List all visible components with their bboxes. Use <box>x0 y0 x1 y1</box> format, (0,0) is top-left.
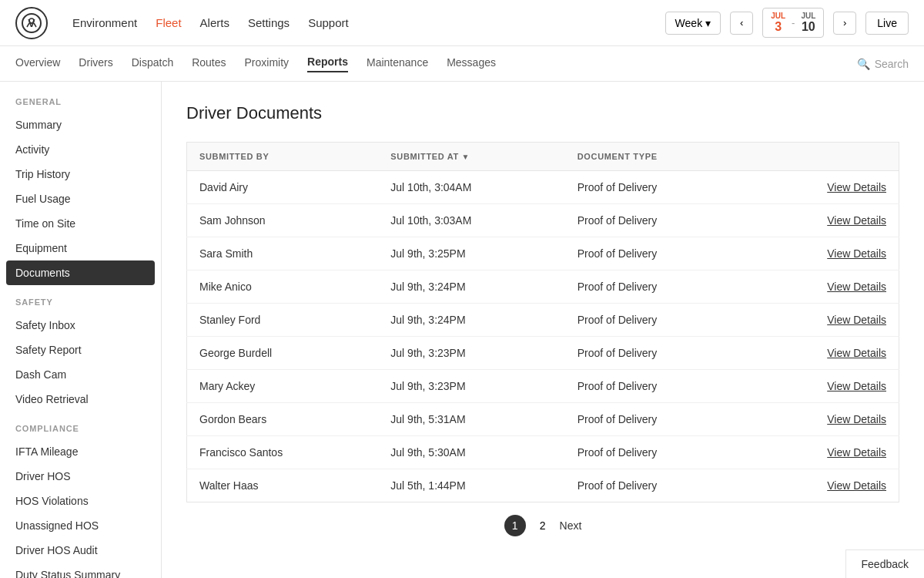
cell-submitted-at: Jul 9th, 5:31AM <box>378 403 564 436</box>
cell-document-type: Proof of Delivery <box>565 171 750 204</box>
cell-submitted-at: Jul 9th, 3:25PM <box>378 237 564 271</box>
view-details-link[interactable]: View Details <box>827 214 886 227</box>
cell-action: View Details <box>750 403 899 436</box>
subnav-proximity[interactable]: Proximity <box>245 56 290 72</box>
sidebar-item-unassigned-hos[interactable]: Unassigned HOS <box>0 513 161 538</box>
sidebar-item-equipment[interactable]: Equipment <box>0 236 161 260</box>
cell-document-type: Proof of Delivery <box>565 469 750 502</box>
sidebar-item-duty-status-summary[interactable]: Duty Status Summary <box>0 563 161 578</box>
date-separator: - <box>792 17 795 29</box>
cell-action: View Details <box>750 171 899 204</box>
sidebar-item-activity[interactable]: Activity <box>0 137 161 162</box>
subnav-messages[interactable]: Messages <box>447 56 496 72</box>
cell-submitted-by: Stanley Ford <box>187 304 379 337</box>
cell-action: View Details <box>750 304 899 337</box>
subnav-drivers[interactable]: Drivers <box>79 56 112 72</box>
week-selector-btn[interactable]: Week ▾ <box>665 12 721 35</box>
nav-environment[interactable]: Environment <box>72 16 137 29</box>
feedback-btn[interactable]: Feedback <box>845 549 924 578</box>
content-area: Driver Documents SUBMITTED BY SUBMITTED … <box>162 82 924 578</box>
page-next-btn[interactable]: Next <box>560 519 582 532</box>
sidebar-item-fuel-usage[interactable]: Fuel Usage <box>0 187 161 211</box>
next-week-btn[interactable]: › <box>833 12 856 35</box>
table-header-row: SUBMITTED BY SUBMITTED AT ▼ DOCUMENT TYP… <box>187 143 899 171</box>
cell-document-type: Proof of Delivery <box>565 271 750 304</box>
cell-submitted-at: Jul 5th, 1:44PM <box>378 469 564 502</box>
sidebar-item-time-on-site[interactable]: Time on Site <box>0 211 161 236</box>
view-details-link[interactable]: View Details <box>827 413 886 425</box>
cell-submitted-by: Sam Johnson <box>187 204 379 237</box>
sidebar-item-summary[interactable]: Summary <box>0 113 161 137</box>
cell-document-type: Proof of Delivery <box>565 237 750 271</box>
sidebar-section-safety: SAFETY Safety Inbox Safety Report Dash C… <box>0 297 161 412</box>
sidebar: GENERAL Summary Activity Trip History Fu… <box>0 82 162 578</box>
date-to-month: JUL <box>801 12 815 20</box>
sidebar-item-dash-cam[interactable]: Dash Cam <box>0 362 161 387</box>
subnav-maintenance[interactable]: Maintenance <box>367 56 428 72</box>
logo-area: V <box>15 7 48 39</box>
pagination: 1 2 Next <box>186 502 899 539</box>
cell-submitted-by: Walter Haas <box>187 469 379 502</box>
cell-submitted-by: George Burdell <box>187 337 379 370</box>
table-row: Mike Anico Jul 9th, 3:24PM Proof of Deli… <box>187 271 899 304</box>
subnav-reports[interactable]: Reports <box>307 55 348 72</box>
view-details-link[interactable]: View Details <box>827 247 886 260</box>
subnav-routes[interactable]: Routes <box>192 56 226 72</box>
col-submitted-by: SUBMITTED BY <box>187 143 379 171</box>
col-submitted-at[interactable]: SUBMITTED AT ▼ <box>378 143 564 171</box>
nav-settings[interactable]: Settings <box>248 16 290 29</box>
sidebar-item-video-retrieval[interactable]: Video Retrieval <box>0 387 161 412</box>
cell-submitted-at: Jul 9th, 3:24PM <box>378 304 564 337</box>
view-details-link[interactable]: View Details <box>827 479 886 492</box>
cell-action: View Details <box>750 271 899 304</box>
page-2-btn[interactable]: 2 <box>532 515 554 536</box>
nav-fleet[interactable]: Fleet <box>156 16 181 29</box>
table-row: Stanley Ford Jul 9th, 3:24PM Proof of De… <box>187 304 899 337</box>
view-details-link[interactable]: View Details <box>827 181 886 193</box>
sidebar-item-safety-inbox[interactable]: Safety Inbox <box>0 313 161 338</box>
subnav-overview[interactable]: Overview <box>15 56 60 72</box>
page-1-btn[interactable]: 1 <box>504 515 526 536</box>
sidebar-item-ifta-mileage[interactable]: IFTA Mileage <box>0 439 161 464</box>
sidebar-item-trip-history[interactable]: Trip History <box>0 162 161 187</box>
view-details-link[interactable]: View Details <box>827 314 886 326</box>
cell-submitted-by: David Airy <box>187 171 379 204</box>
nav-alerts[interactable]: Alerts <box>200 16 229 29</box>
cell-submitted-by: Gordon Bears <box>187 403 379 436</box>
compliance-section-label: COMPLIANCE <box>0 424 161 439</box>
table-row: Sara Smith Jul 9th, 3:25PM Proof of Deli… <box>187 237 899 271</box>
subnav-dispatch[interactable]: Dispatch <box>132 56 173 72</box>
search-area[interactable]: 🔍 Search <box>857 58 909 70</box>
nav-support[interactable]: Support <box>308 16 349 29</box>
sidebar-item-driver-hos[interactable]: Driver HOS <box>0 464 161 489</box>
live-btn[interactable]: Live <box>865 12 909 35</box>
sidebar-item-hos-violations[interactable]: HOS Violations <box>0 489 161 513</box>
page-title: Driver Documents <box>186 103 899 123</box>
cell-document-type: Proof of Delivery <box>565 304 750 337</box>
date-to: JUL 10 <box>801 12 815 34</box>
view-details-link[interactable]: View Details <box>827 281 886 293</box>
view-details-link[interactable]: View Details <box>827 380 886 392</box>
cell-action: View Details <box>750 436 899 469</box>
prev-week-btn[interactable]: ‹ <box>730 12 753 35</box>
search-icon: 🔍 <box>857 58 870 70</box>
top-nav-links: Environment Fleet Alerts Settings Suppor… <box>72 16 349 29</box>
sub-nav: Overview Drivers Dispatch Routes Proximi… <box>0 46 924 82</box>
cell-action: View Details <box>750 370 899 403</box>
sidebar-item-driver-hos-audit[interactable]: Driver HOS Audit <box>0 538 161 563</box>
table-row: Sam Johnson Jul 10th, 3:03AM Proof of De… <box>187 204 899 237</box>
cell-document-type: Proof of Delivery <box>565 370 750 403</box>
cell-submitted-at: Jul 10th, 3:03AM <box>378 204 564 237</box>
view-details-link[interactable]: View Details <box>827 347 886 359</box>
date-from-day: 3 <box>771 20 785 34</box>
sidebar-section-general: GENERAL Summary Activity Trip History Fu… <box>0 97 161 285</box>
table-row: Francisco Santos Jul 9th, 5:30AM Proof o… <box>187 436 899 469</box>
week-label: Week <box>675 17 703 29</box>
view-details-link[interactable]: View Details <box>827 446 886 459</box>
cell-document-type: Proof of Delivery <box>565 436 750 469</box>
sidebar-item-safety-report[interactable]: Safety Report <box>0 338 161 362</box>
sidebar-item-documents[interactable]: Documents <box>6 260 155 285</box>
documents-table: SUBMITTED BY SUBMITTED AT ▼ DOCUMENT TYP… <box>186 142 899 502</box>
date-to-day: 10 <box>801 20 815 34</box>
cell-submitted-by: Mary Ackey <box>187 370 379 403</box>
